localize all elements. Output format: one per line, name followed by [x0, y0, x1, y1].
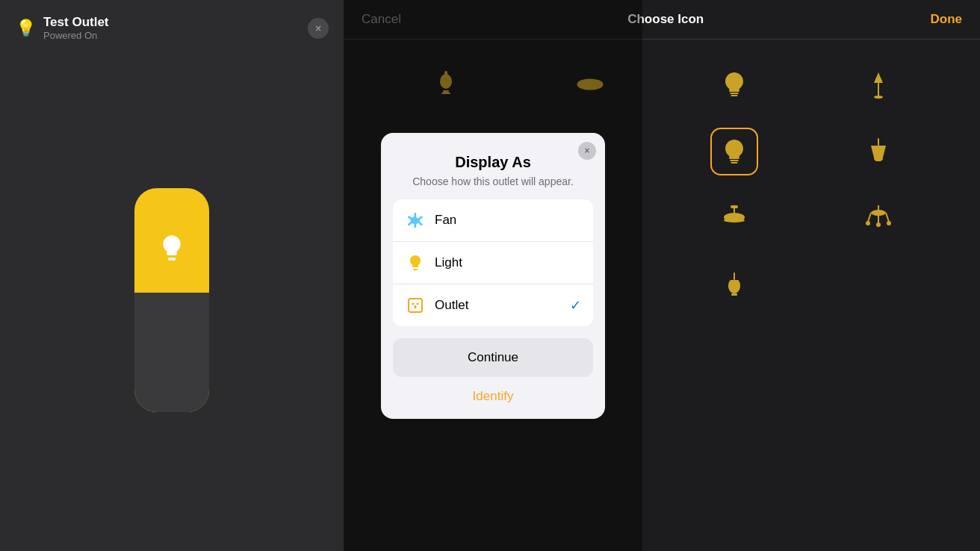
icon-floor-lamp	[855, 60, 902, 108]
icon-pendant-simple	[710, 262, 758, 310]
svg-line-39	[868, 213, 871, 222]
outlet-label: Outlet	[435, 298, 561, 313]
svg-line-41	[886, 213, 889, 222]
svg-rect-21	[730, 160, 739, 161]
svg-point-1	[412, 302, 415, 305]
device-title-area: 💡 Test Outlet Powered On	[15, 15, 109, 41]
svg-point-44	[887, 221, 891, 225]
modal-overlay: × Display As Choose how this outlet will…	[344, 0, 642, 551]
svg-rect-22	[731, 162, 737, 164]
modal-title: Display As	[399, 154, 587, 171]
svg-rect-23	[878, 138, 879, 146]
device-widget-area	[0, 49, 344, 551]
icon-bulb-simple	[710, 60, 758, 108]
fan-icon	[405, 210, 426, 231]
device-widget-bottom	[134, 293, 209, 412]
icon-cell-pendant-simple[interactable]	[662, 256, 806, 316]
svg-point-43	[876, 222, 881, 227]
icon-cell-empty	[806, 256, 950, 316]
device-bulb-icon: 💡	[15, 18, 36, 39]
device-status: Powered On	[43, 30, 109, 41]
device-title-text: Test Outlet Powered On	[43, 15, 109, 41]
done-button[interactable]: Done	[931, 12, 963, 27]
device-close-button[interactable]: ×	[308, 18, 329, 39]
svg-rect-11	[731, 95, 737, 96]
icon-cell-bulb-simple[interactable]	[662, 55, 806, 114]
modal-close-button[interactable]: ×	[578, 142, 596, 160]
outlet-icon	[405, 295, 426, 316]
icon-bulb-selected	[710, 128, 758, 175]
widget-bulb-icon	[157, 233, 187, 266]
device-name: Test Outlet	[43, 15, 109, 30]
modal-subtitle: Choose how this outlet will appear.	[399, 175, 587, 187]
svg-point-42	[866, 221, 870, 225]
modal-options-list: Fan Light	[393, 199, 593, 326]
left-panel: 💡 Test Outlet Powered On ×	[0, 0, 344, 551]
svg-rect-32	[731, 205, 738, 208]
svg-rect-37	[878, 205, 879, 210]
icon-hanging-lamp	[855, 128, 902, 175]
svg-rect-33	[734, 208, 735, 213]
fan-label: Fan	[435, 213, 581, 228]
svg-point-25	[875, 158, 882, 161]
icon-chandelier	[855, 195, 902, 243]
svg-rect-10	[730, 93, 739, 94]
display-as-modal: × Display As Choose how this outlet will…	[381, 133, 605, 419]
device-header: 💡 Test Outlet Powered On ×	[0, 0, 344, 49]
continue-button[interactable]: Continue	[393, 338, 593, 377]
identify-button[interactable]: Identify	[381, 389, 605, 419]
svg-rect-3	[415, 305, 417, 308]
modal-header: Display As Choose how this outlet will a…	[381, 133, 605, 199]
svg-point-2	[417, 302, 419, 305]
icon-cell-chandelier[interactable]	[806, 189, 950, 249]
icon-cell-floor-lamp[interactable]	[806, 55, 950, 114]
list-item-light[interactable]: Light	[393, 242, 593, 284]
svg-point-13	[874, 96, 883, 99]
light-label: Light	[435, 255, 581, 270]
light-icon	[405, 252, 426, 273]
outlet-checkmark: ✓	[570, 297, 581, 314]
list-item-fan[interactable]: Fan	[393, 199, 593, 242]
icon-cell-ceiling-lamp[interactable]	[662, 189, 806, 249]
icon-ceiling-lamp	[710, 195, 758, 243]
list-item-outlet[interactable]: Outlet ✓	[393, 284, 593, 326]
icon-cell-bulb-selected[interactable]	[662, 122, 806, 181]
svg-rect-57	[731, 293, 737, 296]
svg-point-36	[724, 218, 745, 222]
svg-rect-12	[878, 83, 879, 96]
icon-cell-hanging-lamp[interactable]	[806, 122, 950, 181]
svg-rect-56	[734, 273, 735, 280]
